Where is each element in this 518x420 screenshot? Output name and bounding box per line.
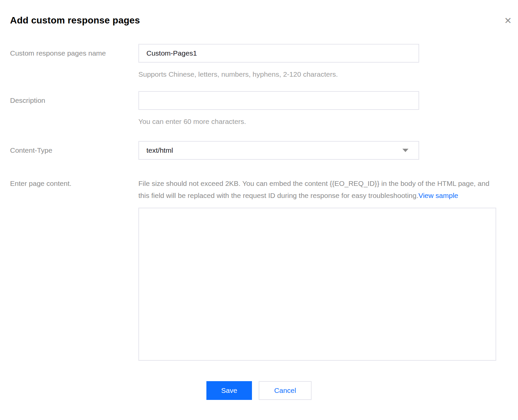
save-button[interactable]: Save (206, 381, 252, 400)
description-hint: You can enter 60 more characters. (138, 117, 508, 126)
content-type-select[interactable]: text/html (138, 141, 419, 160)
description-input[interactable] (138, 91, 419, 110)
name-field-group: Custom response pages name Supports Chin… (10, 44, 508, 78)
dialog-footer: Save Cancel (10, 381, 508, 400)
description-field-group: Description You can enter 60 more charac… (10, 91, 508, 126)
content-type-selected-value: text/html (146, 146, 173, 154)
name-label: Custom response pages name (10, 49, 138, 57)
content-type-label: Content-Type (10, 146, 138, 154)
name-hint: Supports Chinese, letters, numbers, hyph… (138, 70, 508, 78)
dialog-title: Add custom response pages (10, 15, 508, 26)
page-content-field-group: Enter page content. File size should not… (10, 178, 508, 361)
description-label: Description (10, 96, 138, 104)
page-content-label: Enter page content. (10, 178, 138, 188)
content-type-field-group: Content-Type text/html (10, 141, 508, 160)
name-input[interactable] (138, 44, 419, 63)
chevron-down-icon (402, 149, 408, 152)
cancel-button[interactable]: Cancel (259, 381, 312, 400)
view-sample-link[interactable]: View sample (418, 192, 458, 199)
page-content-textarea[interactable] (138, 208, 496, 361)
add-custom-response-pages-dialog: Add custom response pages ✕ Custom respo… (0, 0, 518, 420)
close-icon[interactable]: ✕ (502, 15, 514, 27)
page-content-instructions: File size should not exceed 2KB. You can… (138, 178, 496, 202)
